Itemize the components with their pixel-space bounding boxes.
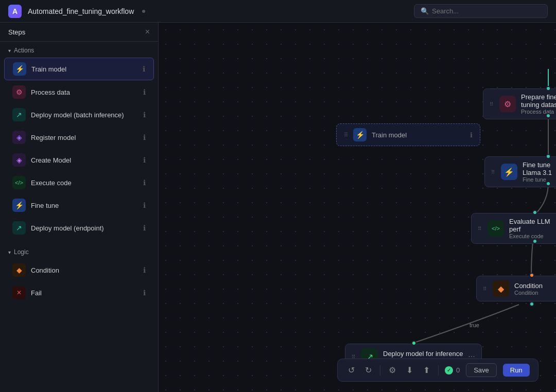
prepare-dataset-title: Prepare fine tuning dataset — [521, 93, 556, 109]
sidebar-item-fail[interactable]: ✕ Fail ℹ — [4, 282, 154, 304]
prepare-dataset-bottom-dot — [546, 113, 551, 118]
evaluate-llm-bottom-dot — [532, 239, 537, 244]
sidebar-item-deploy-batch[interactable]: ↗ Deploy model (batch inference) ℹ — [4, 104, 154, 126]
condition-info-icon[interactable]: ℹ — [143, 266, 146, 274]
train-model-info-icon[interactable]: ℹ — [143, 65, 145, 73]
sidebar: Steps × ▾ Actions ⚡ Train model ℹ ⚙ Proc… — [0, 23, 159, 392]
condition-icon: ◆ — [12, 263, 26, 277]
prepare-dataset-subtitle: Process data — [521, 109, 556, 115]
deploy-endpoint-label: Deploy model (endpoint) — [31, 224, 138, 232]
create-model-icon: ◈ — [12, 153, 26, 167]
fine-tune-top-dot — [546, 154, 551, 159]
fine-tune-llama-drag-icon: ⠿ — [491, 169, 495, 175]
fail-info-icon[interactable]: ℹ — [143, 289, 146, 297]
deploy-endpoint-info-icon[interactable]: ℹ — [143, 224, 146, 232]
condition-top-dot — [529, 273, 534, 278]
deploy-batch-icon: ↗ — [12, 108, 26, 121]
sidebar-item-fine-tune[interactable]: ⚡ Fine tune ℹ — [4, 194, 154, 216]
execute-code-info-icon[interactable]: ℹ — [143, 179, 146, 187]
true-branch-label: true — [470, 322, 479, 328]
sidebar-title: Steps — [8, 28, 25, 36]
app-title: Automated_fine_tuning_workflow — [28, 7, 134, 15]
evaluate-llm-subtitle: Execute code — [509, 233, 555, 239]
deploy-batch-info-icon[interactable]: ℹ — [143, 111, 146, 119]
settings-button[interactable]: ⚙ — [387, 363, 398, 377]
process-data-info-icon[interactable]: ℹ — [143, 88, 146, 96]
logic-section-header[interactable]: ▾ Logic — [0, 243, 158, 259]
train-model-canvas-label: Train model — [372, 131, 407, 139]
fine-tune-info-icon[interactable]: ℹ — [143, 201, 146, 209]
sidebar-item-train-model[interactable]: ⚡ Train model ℹ — [4, 58, 154, 80]
fine-tune-llama-node-icon: ⚡ — [501, 164, 517, 180]
main-area: Steps × ▾ Actions ⚡ Train model ℹ ⚙ Proc… — [0, 23, 556, 392]
fine-tune-llama-title: Fine tune Llama 3.1 — [523, 161, 556, 176]
train-model-label: Train model — [31, 65, 137, 73]
chevron-down-icon: ▾ — [8, 48, 11, 54]
evaluate-llm-node[interactable]: ⠿ </> Evaluate LLM perf Execute code ··· — [471, 213, 556, 244]
status-indicator: ✓ 0 — [445, 366, 460, 375]
sidebar-header: Steps × — [0, 23, 158, 42]
sidebar-item-execute-code[interactable]: </> Execute code ℹ — [4, 172, 154, 193]
deploy-endpoint-icon: ↗ — [12, 221, 26, 235]
workflow-canvas[interactable]: ⠿ ⚡ Train model ℹ ⠿ ⚙ Prepare fine tunin… — [159, 23, 556, 392]
train-model-icon: ⚡ — [13, 62, 26, 76]
download-button[interactable]: ⬇ — [404, 363, 415, 377]
train-model-canvas-info-icon[interactable]: ℹ — [470, 131, 473, 139]
condition-label: Condition — [31, 266, 138, 274]
connections-svg — [159, 23, 556, 392]
train-model-canvas-node[interactable]: ⠿ ⚡ Train model ℹ — [336, 123, 480, 146]
sidebar-close-button[interactable]: × — [145, 28, 150, 36]
app-logo: A — [8, 5, 22, 18]
actions-section-header[interactable]: ▾ Actions — [0, 42, 158, 57]
condition-canvas-drag-icon: ⠿ — [483, 286, 486, 292]
toolbar-divider-1 — [380, 365, 380, 376]
header-dot — [142, 10, 145, 13]
register-model-info-icon[interactable]: ℹ — [143, 133, 146, 141]
undo-button[interactable]: ↺ — [346, 363, 357, 377]
create-model-label: Create Model — [31, 156, 138, 164]
search-icon: 🔍 — [421, 7, 429, 15]
sidebar-item-register-model[interactable]: ◈ Register model ℹ — [4, 127, 154, 148]
evaluate-llm-node-icon: </> — [488, 220, 504, 237]
prepare-dataset-top-dot — [546, 86, 551, 91]
search-input[interactable] — [432, 7, 541, 15]
sidebar-item-process-data[interactable]: ⚙ Process data ℹ — [4, 81, 154, 103]
condition-canvas-node-icon: ◆ — [493, 280, 509, 297]
fail-icon: ✕ — [12, 286, 26, 299]
run-button[interactable]: Run — [503, 364, 530, 377]
condition-canvas-node[interactable]: ⠿ ◆ Condition Condition ··· — [476, 276, 556, 301]
evaluate-llm-title: Evaluate LLM perf — [509, 218, 555, 233]
train-model-canvas-icon: ⚡ — [353, 128, 367, 141]
prepare-dataset-drag-icon: ⠿ — [490, 101, 493, 107]
status-count: 0 — [456, 366, 460, 374]
bottom-toolbar: ↺ ↻ ⚙ ⬇ ⬆ ✓ 0 Save Run — [337, 359, 538, 382]
condition-bottom-dot — [529, 301, 534, 307]
process-data-icon: ⚙ — [12, 85, 26, 99]
search-container[interactable]: 🔍 — [414, 4, 548, 18]
upload-button[interactable]: ⬆ — [421, 363, 432, 377]
sidebar-item-create-model[interactable]: ◈ Create Model ℹ — [4, 149, 154, 171]
app-header: A Automated_fine_tuning_workflow 🔍 — [0, 0, 556, 23]
execute-code-label: Execute code — [31, 179, 138, 187]
evaluate-llm-top-dot — [532, 210, 537, 215]
condition-canvas-title: Condition — [514, 282, 556, 290]
deploy-batch-label: Deploy model (batch inference) — [31, 111, 138, 119]
execute-code-icon: </> — [12, 176, 26, 189]
redo-button[interactable]: ↻ — [363, 363, 374, 377]
fine-tune-bottom-dot — [546, 181, 551, 186]
register-model-label: Register model — [31, 134, 138, 141]
fine-tune-llama-subtitle: Fine tune — [523, 176, 556, 183]
sidebar-item-condition[interactable]: ◆ Condition ℹ — [4, 259, 154, 281]
save-button[interactable]: Save — [466, 363, 497, 377]
toolbar-divider-2 — [438, 365, 439, 376]
condition-canvas-subtitle: Condition — [514, 290, 556, 296]
fine-tune-icon: ⚡ — [12, 199, 26, 212]
process-data-label: Process data — [31, 88, 138, 96]
create-model-info-icon[interactable]: ℹ — [143, 156, 146, 164]
status-dot: ✓ — [445, 366, 453, 375]
sidebar-item-deploy-endpoint[interactable]: ↗ Deploy model (endpoint) ℹ — [4, 217, 154, 239]
prepare-dataset-node[interactable]: ⠿ ⚙ Prepare fine tuning dataset Process … — [483, 88, 556, 119]
logic-section-label: Logic — [14, 248, 29, 256]
register-model-icon: ◈ — [12, 131, 26, 144]
fail-label: Fail — [31, 289, 138, 297]
